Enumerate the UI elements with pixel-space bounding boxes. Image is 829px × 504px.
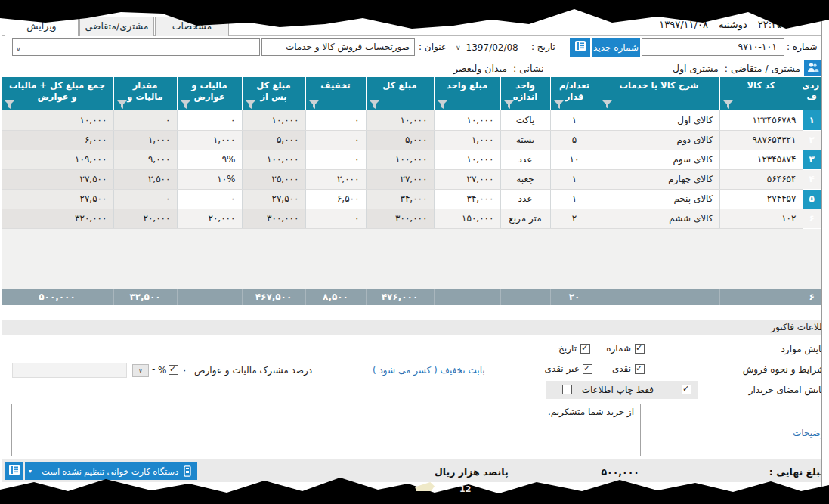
col-header-unit_price[interactable]: مبلغ واحد bbox=[434, 77, 500, 110]
col-header-desc[interactable]: شرح کالا یا خدمات bbox=[599, 77, 719, 110]
cell-qty[interactable]: ۵ bbox=[550, 130, 599, 150]
checkbox-cash[interactable]: نقدی bbox=[612, 363, 645, 374]
cell-rownum[interactable]: ۴ bbox=[803, 169, 821, 189]
tab-customer[interactable]: مشتری/متقاضی bbox=[79, 17, 154, 36]
filter-icon[interactable] bbox=[117, 100, 127, 109]
col-header-grand[interactable]: جمع مبلغ کل + مالیاتو عوارض bbox=[2, 77, 113, 110]
filter-icon[interactable] bbox=[723, 100, 733, 109]
cell-after_discount[interactable]: ۲۷,۵۰۰ bbox=[242, 189, 305, 209]
filter-icon[interactable] bbox=[309, 100, 319, 109]
cell-grand[interactable]: ۲۷,۵۰۰ bbox=[2, 189, 113, 209]
customer-icon-button[interactable] bbox=[804, 60, 822, 76]
filter-icon[interactable] bbox=[5, 100, 14, 109]
cell-total[interactable]: ۱۰,۰۰۰ bbox=[366, 110, 434, 130]
checkbox-signature[interactable] bbox=[682, 385, 691, 394]
cell-tax_amount[interactable]: ۱,۰۰۰ bbox=[113, 130, 177, 150]
cell-qty[interactable]: ۱۰ bbox=[550, 150, 599, 169]
cell-tax[interactable]: ۰ bbox=[177, 110, 242, 130]
cell-grand[interactable]: ۱۰۹,۰۰۰ bbox=[2, 150, 113, 169]
cell-unit[interactable]: عدد bbox=[500, 189, 550, 209]
new-number-button[interactable]: شماره جدید bbox=[592, 38, 640, 57]
cell-unit[interactable]: متر مربع bbox=[500, 209, 550, 228]
checkbox-icon[interactable] bbox=[562, 385, 572, 394]
checkbox-number[interactable]: شماره bbox=[606, 343, 645, 354]
cell-unit[interactable]: پاکت bbox=[500, 110, 550, 130]
cell-unit_price[interactable]: ۱۰,۰۰۰ bbox=[434, 150, 500, 169]
cell-unit_price[interactable]: ۳۴,۰۰۰ bbox=[434, 189, 500, 209]
cell-total[interactable]: ۲۷,۰۰۰ bbox=[366, 169, 434, 189]
cell-unit_price[interactable]: ۱۵۰,۰۰۰ bbox=[434, 209, 500, 228]
checkbox-percent[interactable] bbox=[169, 365, 178, 375]
cell-rownum[interactable]: ۶ bbox=[803, 209, 821, 228]
filter-icon[interactable] bbox=[602, 100, 612, 109]
edit-combobox[interactable]: ∨ bbox=[12, 38, 260, 56]
col-header-qty[interactable]: تعداد/مقدار bbox=[550, 77, 599, 110]
filter-icon[interactable] bbox=[554, 100, 564, 109]
cell-tax[interactable]: ۱۰% bbox=[177, 169, 242, 189]
cell-tax[interactable]: ۰ bbox=[177, 189, 242, 209]
cell-after_discount[interactable]: ۳۰۰,۰۰۰ bbox=[242, 209, 305, 228]
cell-total[interactable]: ۳۴,۰۰۰ bbox=[366, 189, 434, 209]
cell-unit_price[interactable]: ۱۰,۰۰۰ bbox=[434, 110, 500, 130]
col-header-code[interactable]: کد کالا bbox=[719, 77, 803, 110]
filter-icon[interactable] bbox=[438, 100, 447, 109]
checkbox-noncash[interactable]: غیر نقدی bbox=[545, 363, 592, 374]
cell-grand[interactable]: ۱۰,۰۰۰ bbox=[2, 110, 113, 130]
cell-tax_amount[interactable]: ۰ bbox=[113, 189, 177, 209]
cell-tax[interactable]: ۹% bbox=[177, 150, 242, 169]
cell-desc[interactable]: کالای چهارم bbox=[599, 169, 719, 189]
cell-rownum[interactable]: ۱ bbox=[803, 110, 821, 130]
discount-link[interactable]: بابت تخفیف ( کسر می شود ) bbox=[373, 365, 485, 376]
checkbox-icon[interactable] bbox=[169, 365, 178, 375]
checkbox-date[interactable]: تاریخ bbox=[558, 343, 590, 354]
cell-unit[interactable]: عدد bbox=[500, 150, 550, 169]
cell-code[interactable]: ۱۰۲ bbox=[719, 209, 803, 228]
cell-desc[interactable]: کالای سوم bbox=[599, 150, 719, 169]
cell-total[interactable]: ۱۰۰,۰۰۰ bbox=[366, 150, 434, 169]
cell-grand[interactable]: ۲۷,۵۰۰ bbox=[2, 169, 113, 189]
cell-desc[interactable]: کالای دوم bbox=[599, 130, 719, 150]
col-header-rownum[interactable]: ردیف bbox=[803, 77, 821, 110]
cell-discount[interactable]: ۰ bbox=[305, 130, 366, 150]
checkbox-icon[interactable] bbox=[635, 344, 645, 354]
cell-discount[interactable]: ۰ bbox=[305, 150, 366, 169]
cell-qty[interactable]: ۱ bbox=[550, 189, 599, 209]
cell-total[interactable]: ۳۰۰,۰۰۰ bbox=[366, 209, 434, 228]
checkbox-icon[interactable] bbox=[583, 364, 592, 374]
cell-qty[interactable]: ۲ bbox=[550, 209, 599, 228]
cell-qty[interactable]: ۱ bbox=[550, 110, 599, 130]
dropdown-arrow-icon[interactable]: ▼ bbox=[25, 462, 36, 480]
cell-rownum[interactable]: ۳ bbox=[803, 150, 821, 169]
tax-mini-combobox[interactable]: ∨ bbox=[132, 364, 149, 377]
cell-rownum[interactable]: ۵ bbox=[803, 189, 821, 209]
checkbox-icon[interactable] bbox=[682, 385, 691, 394]
cell-tax_amount[interactable]: ۲۰,۰۰۰ bbox=[113, 209, 177, 228]
cell-code[interactable]: ۱۲۳۴۵۶۷۸۹ bbox=[719, 110, 803, 130]
filter-icon[interactable] bbox=[181, 100, 190, 109]
cell-unit[interactable]: بسته bbox=[500, 130, 550, 150]
cell-qty[interactable]: ۱ bbox=[550, 169, 599, 189]
cell-unit[interactable]: جعبه bbox=[500, 169, 550, 189]
card-reader-button[interactable]: دستگاه کارت خوانی تنظیم نشده است ▼ bbox=[25, 462, 197, 480]
col-header-total[interactable]: مبلغ کل bbox=[366, 77, 434, 110]
col-header-tax[interactable]: مالیات وعوارض bbox=[177, 77, 242, 110]
col-header-discount[interactable]: تخفیف bbox=[305, 77, 366, 110]
form-icon-button[interactable] bbox=[570, 38, 590, 57]
cell-unit_price[interactable]: ۲۷,۰۰۰ bbox=[434, 169, 500, 189]
cell-discount[interactable]: ۲,۰۰۰ bbox=[305, 169, 366, 189]
notes-textarea[interactable]: از خرید شما متشکریم. bbox=[11, 404, 641, 456]
col-header-after_discount[interactable]: مبلغ کلپس از bbox=[242, 77, 305, 110]
cell-after_discount[interactable]: ۲۵,۰۰۰ bbox=[242, 169, 305, 189]
cell-discount[interactable]: ۰ bbox=[305, 110, 366, 130]
cell-grand[interactable]: ۶,۰۰۰ bbox=[2, 130, 113, 150]
invoice-number-input[interactable]: ۹۷۱۰-۱۰۱ bbox=[642, 38, 784, 56]
cell-code[interactable]: ۲۷۴۴۵۷ bbox=[719, 189, 803, 209]
filter-icon[interactable] bbox=[246, 100, 255, 109]
cell-tax[interactable]: ۲۰,۰۰۰ bbox=[177, 209, 242, 228]
cell-rownum[interactable]: ۲ bbox=[803, 130, 821, 150]
cell-tax[interactable]: ۱,۰۰۰ bbox=[177, 130, 242, 150]
cell-code[interactable]: ۵۶۴۶۵۴ bbox=[719, 169, 803, 189]
title-input[interactable]: صورتحساب فروش کالا و خدمات bbox=[261, 38, 415, 56]
checkbox-icon[interactable] bbox=[635, 364, 645, 374]
cell-desc[interactable]: کالای ششم bbox=[599, 209, 719, 228]
